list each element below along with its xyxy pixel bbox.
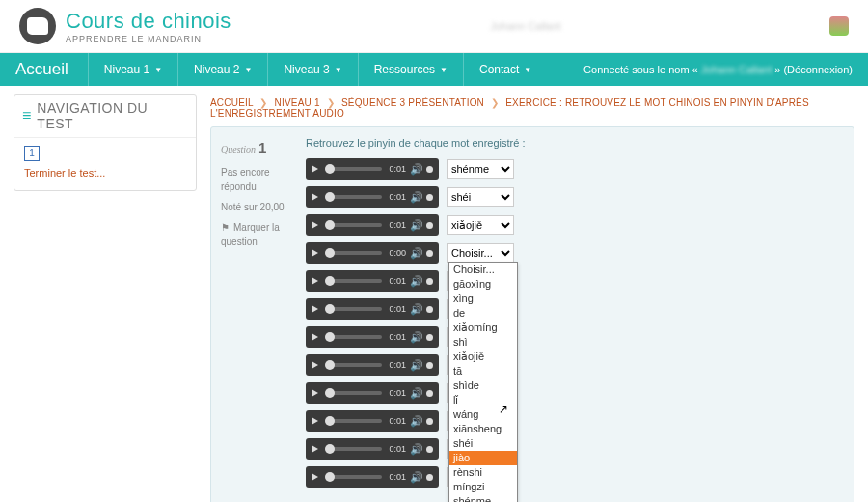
- volume-icon[interactable]: 🔊: [410, 387, 433, 400]
- volume-icon[interactable]: 🔊: [410, 443, 433, 456]
- nav-home[interactable]: Accueil: [15, 60, 68, 79]
- dropdown-option[interactable]: wáng: [449, 407, 517, 422]
- test-nav-title: NAVIGATION DU TEST: [37, 100, 188, 131]
- seek-slider[interactable]: [325, 447, 382, 451]
- dropdown-option[interactable]: lǐ: [449, 393, 517, 407]
- exercise-row: 0:01🔊Choisir...: [306, 326, 844, 348]
- audio-player[interactable]: 0:01🔊: [306, 214, 439, 236]
- audio-player[interactable]: 0:01🔊: [306, 410, 439, 432]
- nav-niveau-3[interactable]: Niveau 3▼: [267, 53, 357, 86]
- play-icon[interactable]: [312, 221, 318, 229]
- play-icon[interactable]: [312, 305, 318, 313]
- dropdown-option[interactable]: shìde: [449, 378, 517, 393]
- play-icon[interactable]: [312, 445, 318, 453]
- seek-slider[interactable]: [325, 335, 382, 339]
- audio-player[interactable]: 0:01🔊: [306, 326, 439, 348]
- exercise-row: 0:01🔊Choisir...: [306, 410, 844, 432]
- volume-icon[interactable]: 🔊: [410, 331, 433, 344]
- dropdown-option[interactable]: shì: [449, 335, 517, 349]
- play-icon[interactable]: [312, 417, 318, 425]
- dropdown-option[interactable]: xiǎomíng: [449, 321, 517, 335]
- dropdown-option[interactable]: de: [449, 306, 517, 321]
- dropdown-option[interactable]: xiānsheng: [449, 422, 517, 436]
- answer-select[interactable]: Choisir...shénme: [447, 159, 514, 179]
- seek-slider[interactable]: [325, 307, 382, 311]
- play-icon[interactable]: [312, 389, 318, 397]
- dropdown-option[interactable]: shénme: [449, 494, 517, 502]
- audio-player[interactable]: 0:01🔊: [306, 382, 439, 404]
- dropdown-option[interactable]: shéi: [449, 436, 517, 451]
- brand-subtitle: APPRENDRE LE MANDARIN: [66, 34, 231, 43]
- seek-slider[interactable]: [325, 251, 382, 255]
- question-status: Pas encore répondu: [221, 165, 296, 194]
- play-icon[interactable]: [312, 333, 318, 341]
- audio-player[interactable]: 0:01🔊: [306, 466, 439, 488]
- volume-icon[interactable]: 🔊: [410, 303, 433, 316]
- play-icon[interactable]: [312, 165, 318, 173]
- audio-player[interactable]: 0:01🔊: [306, 158, 439, 180]
- audio-player[interactable]: 0:01🔊: [306, 298, 439, 320]
- login-info: Connecté sous le nom « Johann Callant » …: [583, 64, 853, 75]
- dropdown-option[interactable]: tā: [449, 364, 517, 378]
- answer-select[interactable]: Choisir...: [447, 243, 514, 263]
- finish-test-link[interactable]: Terminer le test...: [24, 167, 105, 179]
- volume-icon[interactable]: 🔊: [410, 191, 433, 204]
- time-label: 0:00: [389, 248, 406, 258]
- crumb-sequence-3[interactable]: SÉQUENCE 3 PRÉSENTATION: [341, 98, 484, 108]
- volume-icon[interactable]: 🔊: [410, 359, 433, 372]
- time-label: 0:01: [389, 304, 406, 314]
- seek-slider[interactable]: [325, 391, 382, 395]
- exercise-row: 0:01🔊Choisir...shénme: [306, 158, 844, 180]
- dropdown-option[interactable]: rènshi: [449, 465, 517, 480]
- play-icon[interactable]: [312, 193, 318, 201]
- seek-slider[interactable]: [325, 223, 382, 227]
- dropdown-option[interactable]: xìng: [449, 292, 517, 306]
- time-label: 0:01: [389, 388, 406, 398]
- menu-bars-icon: ≡: [22, 107, 31, 125]
- dropdown-option[interactable]: míngzi: [449, 480, 517, 494]
- exercise-row: 0:01🔊Choisir...: [306, 466, 844, 488]
- audio-player[interactable]: 0:01🔊: [306, 438, 439, 460]
- play-icon[interactable]: [312, 361, 318, 369]
- play-icon[interactable]: [312, 473, 318, 481]
- seek-slider[interactable]: [325, 363, 382, 367]
- question-number-box[interactable]: 1: [24, 146, 40, 161]
- play-icon[interactable]: [312, 249, 318, 257]
- volume-icon[interactable]: 🔊: [410, 219, 433, 232]
- nav-niveau-2[interactable]: Niveau 2▼: [177, 53, 267, 86]
- time-label: 0:01: [389, 416, 406, 426]
- crumb-niveau-1[interactable]: NIVEAU 1: [275, 98, 320, 108]
- volume-icon[interactable]: 🔊: [410, 163, 433, 176]
- answer-select[interactable]: Choisir...xiǎojiě: [447, 215, 514, 235]
- seek-slider[interactable]: [325, 419, 382, 423]
- audio-player[interactable]: 0:01🔊: [306, 270, 439, 292]
- nav-contact[interactable]: Contact▼: [463, 53, 547, 86]
- volume-icon[interactable]: 🔊: [410, 275, 433, 288]
- audio-player[interactable]: 0:01🔊: [306, 354, 439, 376]
- volume-icon[interactable]: 🔊: [410, 471, 433, 484]
- username-top: Johann Callant: [490, 20, 560, 32]
- seek-slider[interactable]: [325, 475, 382, 479]
- seek-slider[interactable]: [325, 167, 382, 171]
- dropdown-option[interactable]: jiào: [449, 451, 517, 465]
- flag-question-link[interactable]: ⚑Marquer la question: [221, 220, 296, 249]
- nav-ressources[interactable]: Ressources▼: [358, 53, 463, 86]
- seek-slider[interactable]: [325, 279, 382, 283]
- logout-link[interactable]: Déconnexion: [787, 64, 849, 75]
- dropdown-option[interactable]: xiǎojiě: [449, 349, 517, 364]
- crumb-accueil[interactable]: ACCUEIL: [210, 98, 253, 108]
- dropdown-option[interactable]: gāoxìng: [449, 277, 517, 292]
- avatar[interactable]: [829, 16, 849, 36]
- chevron-down-icon: ▼: [524, 66, 531, 74]
- exercise-row: 0:01🔊Choisir...shéi: [306, 186, 844, 208]
- dropdown-option[interactable]: Choisir...: [449, 263, 517, 277]
- play-icon[interactable]: [312, 277, 318, 285]
- audio-player[interactable]: 0:00🔊: [306, 242, 439, 264]
- audio-player[interactable]: 0:01🔊: [306, 186, 439, 208]
- volume-icon[interactable]: 🔊: [410, 415, 433, 428]
- seek-slider[interactable]: [325, 195, 382, 199]
- nav-niveau-1[interactable]: Niveau 1▼: [88, 53, 177, 86]
- answer-dropdown-list[interactable]: Choisir...gāoxìngxìngdexiǎomíngshìxiǎoji…: [448, 262, 518, 502]
- answer-select[interactable]: Choisir...shéi: [447, 187, 514, 207]
- volume-icon[interactable]: 🔊: [410, 247, 433, 260]
